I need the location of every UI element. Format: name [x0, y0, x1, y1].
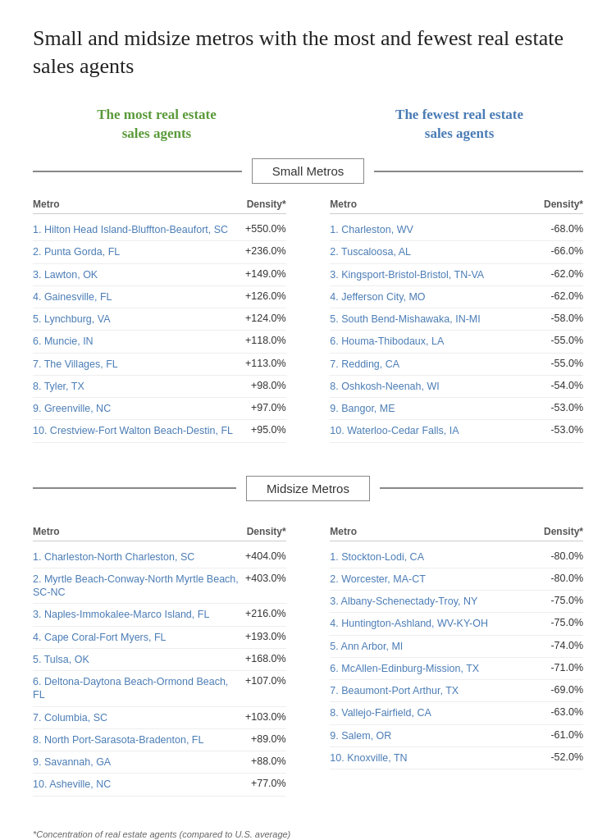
- table-row: 3. Naples-Immokalee-Marco Island, FL +21…: [33, 604, 286, 626]
- row-metro-name: 6. Houma-Thibodaux, LA: [330, 335, 550, 348]
- row-density-value: -75.0%: [550, 617, 583, 628]
- row-density-value: -53.0%: [550, 424, 583, 436]
- midsize-divider-line-right: [380, 487, 583, 489]
- row-metro-name: 2. Punta Gorda, FL: [33, 245, 245, 258]
- table-row: 5. Ann Arbor, MI -74.0%: [330, 636, 583, 658]
- table-row: 7. Beaumont-Port Arthur, TX -69.0%: [330, 680, 583, 702]
- row-density-value: -54.0%: [550, 380, 583, 391]
- table-row: 8. Vallejo-Fairfield, CA -63.0%: [330, 702, 583, 724]
- fewest-header: The fewest real estate sales agents: [335, 105, 583, 144]
- small-most-density-label: Density*: [247, 199, 286, 210]
- row-metro-name: 1. Hilton Head Island-Bluffton-Beaufort,…: [33, 223, 245, 236]
- row-density-value: +89.0%: [251, 733, 286, 745]
- row-metro-name: 9. Greenville, NC: [33, 402, 251, 415]
- midsize-divider-line-left: [33, 487, 236, 489]
- row-density-value: +124.0%: [245, 313, 286, 324]
- row-metro-name: 8. Tyler, TX: [33, 380, 251, 393]
- row-metro-name: 7. Redding, CA: [330, 358, 550, 371]
- midsize-metros-section: Metro Density* 1. Charleston-North Charl…: [33, 526, 583, 797]
- table-row: 9. Bangor, ME -53.0%: [330, 398, 583, 420]
- row-metro-name: 5. Tulsa, OK: [33, 653, 245, 666]
- row-metro-name: 7. Columbia, SC: [33, 711, 245, 724]
- table-row: 3. Albany-Schenectady-Troy, NY -75.0%: [330, 591, 583, 613]
- row-density-value: +113.0%: [245, 358, 286, 369]
- table-row: 2. Tuscaloosa, AL -66.0%: [330, 241, 583, 263]
- row-metro-name: 5. Lynchburg, VA: [33, 313, 245, 326]
- row-metro-name: 3. Kingsport-Bristol-Bristol, TN-VA: [330, 268, 550, 281]
- midsize-fewest-rows: 1. Stockton-Lodi, CA -80.0% 2. Worcester…: [330, 546, 583, 770]
- table-row: 10. Crestview-Fort Walton Beach-Destin, …: [33, 420, 286, 442]
- table-row: 1. Hilton Head Island-Bluffton-Beaufort,…: [33, 219, 286, 241]
- table-row: 7. The Villages, FL +113.0%: [33, 354, 286, 376]
- row-density-value: +88.0%: [251, 756, 286, 767]
- row-density-value: +193.0%: [245, 631, 286, 642]
- table-row: 8. Tyler, TX +98.0%: [33, 376, 286, 398]
- table-row: 5. South Bend-Mishawaka, IN-MI -58.0%: [330, 308, 583, 331]
- small-metros-section: Metro Density* 1. Hilton Head Island-Blu…: [33, 199, 583, 443]
- row-metro-name: 2. Worcester, MA-CT: [330, 573, 550, 586]
- row-density-value: -80.0%: [550, 573, 583, 584]
- row-metro-name: 1. Stockton-Lodi, CA: [330, 550, 550, 564]
- midsize-fewest-header-row: Metro Density*: [330, 526, 583, 541]
- table-row: 6. Muncie, IN +118.0%: [33, 331, 286, 353]
- row-metro-name: 5. South Bend-Mishawaka, IN-MI: [330, 313, 550, 326]
- row-metro-name: 1. Charleston, WV: [330, 223, 550, 236]
- row-metro-name: 9. Savannah, GA: [33, 756, 251, 769]
- table-row: 5. Tulsa, OK +168.0%: [33, 649, 286, 671]
- row-metro-name: 6. McAllen-Edinburg-Mission, TX: [330, 662, 550, 675]
- row-metro-name: 4. Jefferson City, MO: [330, 290, 550, 304]
- table-row: 10. Waterloo-Cedar Falls, IA -53.0%: [330, 420, 583, 442]
- table-row: 3. Kingsport-Bristol-Bristol, TN-VA -62.…: [330, 264, 583, 286]
- divider-line-right: [374, 171, 583, 172]
- table-row: 4. Gainesville, FL +126.0%: [33, 286, 286, 308]
- table-row: 1. Charleston, WV -68.0%: [330, 219, 583, 241]
- table-row: 8. North Port-Sarasota-Bradenton, FL +89…: [33, 729, 286, 751]
- row-density-value: +107.0%: [245, 675, 286, 687]
- row-density-value: -71.0%: [550, 662, 583, 673]
- row-density-value: +98.0%: [251, 380, 286, 391]
- row-metro-name: 8. Vallejo-Fairfield, CA: [330, 706, 550, 719]
- page-title: Small and midsize metros with the most a…: [33, 25, 583, 80]
- small-fewest-density-label: Density*: [544, 199, 583, 210]
- small-most-header-row: Metro Density*: [33, 199, 286, 214]
- row-density-value: +168.0%: [245, 653, 286, 664]
- row-density-value: +403.0%: [245, 573, 286, 584]
- midsize-most-header-row: Metro Density*: [33, 526, 286, 541]
- small-metros-label: Small Metros: [252, 158, 365, 184]
- row-metro-name: 3. Lawton, OK: [33, 268, 245, 281]
- row-metro-name: 10. Asheville, NC: [33, 778, 251, 791]
- divider-line-left: [33, 171, 242, 172]
- small-fewest-rows: 1. Charleston, WV -68.0% 2. Tuscaloosa, …: [330, 219, 583, 443]
- row-metro-name: 5. Ann Arbor, MI: [330, 640, 550, 653]
- table-row: 3. Lawton, OK +149.0%: [33, 264, 286, 286]
- table-row: 6. Deltona-Daytona Beach-Ormond Beach, F…: [33, 671, 286, 707]
- small-fewest-header-row: Metro Density*: [330, 199, 583, 214]
- row-metro-name: 4. Cape Coral-Fort Myers, FL: [33, 631, 245, 644]
- row-metro-name: 9. Salem, OR: [330, 729, 550, 742]
- row-density-value: +149.0%: [245, 268, 286, 280]
- row-metro-name: 4. Huntington-Ashland, WV-KY-OH: [330, 617, 550, 630]
- row-density-value: -74.0%: [550, 640, 583, 651]
- row-metro-name: 6. Deltona-Daytona Beach-Ormond Beach, F…: [33, 675, 245, 702]
- row-metro-name: 7. Beaumont-Port Arthur, TX: [330, 684, 550, 697]
- small-metros-divider: Small Metros: [33, 158, 583, 184]
- midsize-most-density-label: Density*: [247, 526, 286, 537]
- row-density-value: +95.0%: [251, 424, 286, 436]
- row-density-value: -69.0%: [550, 684, 583, 696]
- table-row: 9. Savannah, GA +88.0%: [33, 751, 286, 774]
- row-density-value: -53.0%: [550, 402, 583, 413]
- table-row: 7. Redding, CA -55.0%: [330, 354, 583, 376]
- row-density-value: -62.0%: [550, 290, 583, 302]
- row-density-value: -68.0%: [550, 223, 583, 235]
- row-density-value: +550.0%: [245, 223, 286, 235]
- row-metro-name: 8. Oshkosh-Neenah, WI: [330, 380, 550, 393]
- table-row: 9. Salem, OR -61.0%: [330, 725, 583, 747]
- small-most-col: Metro Density* 1. Hilton Head Island-Blu…: [33, 199, 286, 443]
- table-row: 9. Greenville, NC +97.0%: [33, 398, 286, 420]
- row-density-value: -61.0%: [550, 729, 583, 741]
- row-metro-name: 2. Myrtle Beach-Conway-North Myrtle Beac…: [33, 573, 245, 600]
- table-row: 2. Myrtle Beach-Conway-North Myrtle Beac…: [33, 568, 286, 605]
- table-row: 10. Knoxville, TN -52.0%: [330, 747, 583, 769]
- row-density-value: +77.0%: [251, 778, 286, 789]
- midsize-metros-divider: Midsize Metros: [33, 476, 583, 501]
